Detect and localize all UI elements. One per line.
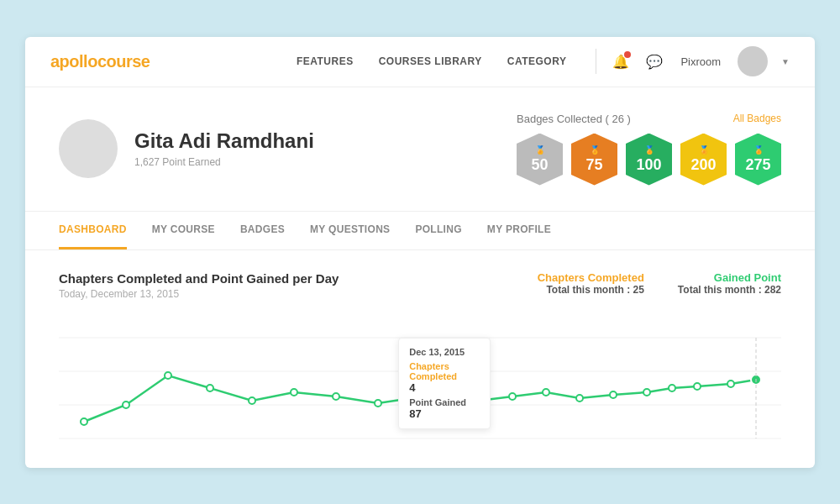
badges-section: Badges Collected ( 26 ) All Badges 🏅 50 … [517,113,781,186]
svg-point-10 [333,393,339,400]
badge-200-value: 200 [690,156,716,174]
svg-point-7 [207,385,213,391]
svg-point-18 [610,391,617,398]
svg-point-4 [81,418,87,425]
tooltip-points-value: 87 [409,407,480,420]
profile-name: Gita Adi Ramdhani [134,129,314,153]
profile-section: Gita Adi Ramdhani 1,627 Point Earned Bad… [25,87,815,212]
profile-points: 1,627 Point Earned [134,156,314,168]
badge-100: 🏅 100 [626,134,672,186]
badge-100-value: 100 [636,156,661,174]
badge-275-value: 275 [745,156,770,174]
tab-my-course[interactable]: MY COURSE [152,212,215,249]
badge-50: 🏅 50 [517,134,563,186]
badge-100-icon: 🏅 [644,145,654,155]
badges-row: 🏅 50 🏅 75 🏅 100 🏅 200 🏅 275 [517,134,781,186]
chapters-completed-value: Total this month : 25 [538,284,644,296]
svg-point-19 [643,389,650,396]
chart-stats: Chapters Completed Total this month : 25… [538,271,781,296]
chart-date: Today, December 13, 2015 [59,288,339,300]
svg-point-9 [291,389,297,396]
svg-point-5 [123,402,129,408]
profile-left: Gita Adi Ramdhani 1,627 Point Earned [59,119,314,178]
header-divider [596,49,596,74]
tooltip-date: Dec 13, 2015 [409,347,480,357]
main-nav: FEATURES COURSES LIBRARY CATEGORY [297,55,567,67]
svg-point-11 [375,400,381,407]
badges-header: Badges Collected ( 26 ) All Badges [517,113,781,125]
chapters-completed-stat: Chapters Completed Total this month : 25 [538,271,644,296]
chart-area: Dec 13, 2015 Chapters Completed 4 Point … [59,312,781,447]
chart-header: Chapters Completed and Point Gained per … [59,271,781,300]
badge-50-icon: 🏅 [535,145,545,155]
svg-point-17 [576,395,583,402]
app-container: apollocourse FEATURES COURSES LIBRARY CA… [25,37,815,468]
header-icons: 🔔 💬 Pixroom ▼ [609,46,790,76]
gained-point-value: Total this month : 282 [678,284,781,296]
svg-point-8 [249,397,255,404]
nav-category[interactable]: CATEGORY [507,55,567,67]
notification-bell-icon[interactable]: 🔔 [609,50,633,73]
logo[interactable]: apollocourse [50,52,150,71]
svg-point-20 [669,385,675,391]
profile-avatar [59,119,118,178]
all-badges-link[interactable]: All Badges [733,113,781,125]
chart-section: Chapters Completed and Point Gained per … [25,250,815,468]
badge-275-icon: 🏅 [753,145,764,155]
tooltip-chapters-label: Chapters Completed [409,361,480,381]
tab-my-questions[interactable]: MY QUESTIONS [310,212,390,249]
svg-point-15 [509,393,516,400]
gained-point-stat: Gained Point Total this month : 282 [678,271,781,296]
svg-point-16 [543,389,549,396]
badges-title: Badges Collected ( 26 ) [517,113,631,125]
chart-title-block: Chapters Completed and Point Gained per … [59,271,339,300]
svg-point-6 [165,372,171,379]
badge-75-icon: 🏅 [590,145,600,155]
badge-275: 🏅 275 [735,134,781,186]
badge-75-value: 75 [585,156,602,174]
username-label: Pixroom [680,55,721,68]
nav-features[interactable]: FEATURES [297,55,354,67]
chapters-completed-label: Chapters Completed [538,271,644,284]
chart-tooltip: Dec 13, 2015 Chapters Completed 4 Point … [398,338,491,429]
tooltip-points-label: Point Gained [409,397,480,407]
tooltip-chapters-value: 4 [409,381,480,394]
avatar[interactable] [738,46,768,76]
chart-title: Chapters Completed and Point Gained per … [59,271,339,286]
chat-icon[interactable]: 💬 [643,50,666,73]
svg-point-22 [727,381,734,387]
gained-point-label: Gained Point [678,271,781,284]
badge-200-icon: 🏅 [699,145,709,155]
badge-50-value: 50 [531,156,548,174]
tab-my-profile[interactable]: MY PROFILE [487,212,551,249]
badge-75: 🏅 75 [571,134,617,186]
notification-badge [624,51,631,58]
nav-courses-library[interactable]: COURSES LIBRARY [379,55,482,67]
dropdown-arrow-icon[interactable]: ▼ [781,57,790,66]
tab-badges[interactable]: BADGES [240,212,285,249]
profile-info: Gita Adi Ramdhani 1,627 Point Earned [134,129,314,168]
tabs-nav: DASHBOARD MY COURSE BADGES MY QUESTIONS … [25,212,815,250]
svg-point-21 [694,383,701,390]
header: apollocourse FEATURES COURSES LIBRARY CA… [25,37,815,87]
tab-polling[interactable]: POLLING [415,212,461,249]
tab-dashboard[interactable]: DASHBOARD [59,212,127,249]
badge-200: 🏅 200 [680,134,727,186]
